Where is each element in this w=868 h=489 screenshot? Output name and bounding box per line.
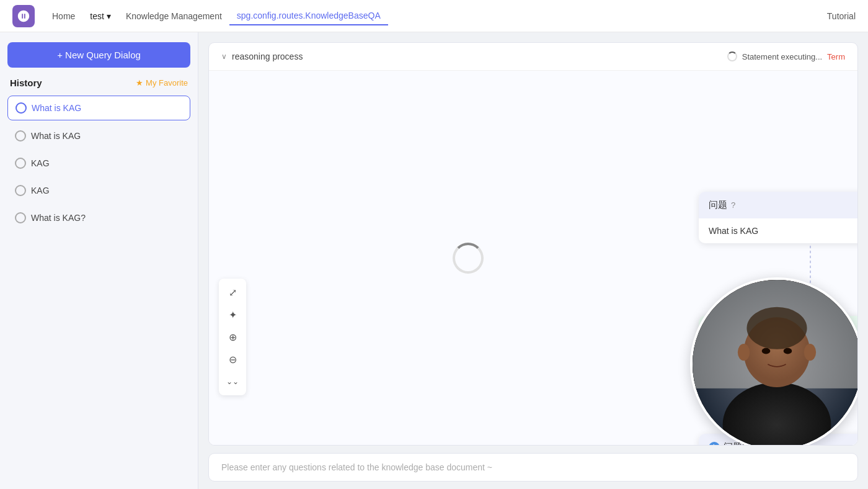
chevron-down-icon: ∨ xyxy=(221,52,227,61)
question-input[interactable]: Please enter any questions related to th… xyxy=(208,453,858,482)
svg-point-10 xyxy=(738,344,750,361)
center-button[interactable]: ✦ xyxy=(223,305,242,325)
tutorial-link[interactable]: Tutorial xyxy=(827,11,856,21)
reasoning-toggle[interactable]: ∨ reasoning process xyxy=(221,52,303,61)
history-item-3[interactable]: KAG xyxy=(7,151,190,175)
history-item-5[interactable]: What is KAG? xyxy=(7,206,190,230)
question-node-body: What is KAG xyxy=(699,218,857,243)
reasoning-header: ∨ reasoning process Statement executing.… xyxy=(209,43,857,71)
my-favorite-button[interactable]: ★ My Favorite xyxy=(136,78,188,87)
reasoning-status: Statement executing... Term xyxy=(727,52,845,61)
my-favorite-label: My Favorite xyxy=(146,78,188,87)
terminate-button[interactable]: Term xyxy=(827,52,845,61)
history-item-icon-5 xyxy=(15,212,26,223)
question-label: 问题 ? xyxy=(709,199,735,211)
main-layout: + New Query Dialog History ★ My Favorite… xyxy=(0,32,868,489)
history-header: History ★ My Favorite xyxy=(7,78,190,88)
svg-point-8 xyxy=(762,348,771,354)
center-loading-spinner xyxy=(453,243,484,274)
collapse-button[interactable]: ⌄⌄ xyxy=(223,372,242,392)
nav-test[interactable]: test ▾ xyxy=(82,7,118,25)
reasoning-label: reasoning process xyxy=(232,52,303,61)
history-item-4[interactable]: KAG xyxy=(7,179,190,202)
expand-button[interactable]: ⤢ xyxy=(223,282,242,302)
question-text: 问题 xyxy=(709,199,727,211)
history-item-1[interactable]: What is KAG xyxy=(7,96,190,120)
history-item-icon-4 xyxy=(15,185,26,196)
question-node[interactable]: 问题 ? › What is KAG xyxy=(699,192,857,243)
new-query-button[interactable]: + New Query Dialog xyxy=(7,42,190,68)
nav-home[interactable]: Home xyxy=(45,7,82,25)
nav-route[interactable]: spg.config.routes.KnowledgeBaseQA xyxy=(229,7,388,25)
history-item-label-5: What is KAG? xyxy=(31,213,86,223)
svg-point-11 xyxy=(804,344,816,361)
history-item-label-2: What is KAG xyxy=(31,131,81,141)
zoom-in-button[interactable]: ⊕ xyxy=(223,327,242,347)
nav-knowledge-management[interactable]: Knowledge Management xyxy=(118,7,229,25)
dropdown-icon: ▾ xyxy=(107,11,111,21)
top-navigation: Home test ▾ Knowledge Management spg.con… xyxy=(0,0,868,32)
question-node-header: 问题 ? › xyxy=(699,192,857,218)
camera-person-view xyxy=(693,280,857,445)
star-icon: ★ xyxy=(136,78,143,87)
status-text: Statement executing... xyxy=(742,52,822,61)
app-logo xyxy=(12,5,35,27)
reasoning-panel: ∨ reasoning process Statement executing.… xyxy=(208,42,858,446)
history-item-icon-3 xyxy=(15,158,26,169)
help-icon: ? xyxy=(731,200,735,210)
graph-toolbar: ⤢ ✦ ⊕ ⊖ ⌄⌄ xyxy=(219,279,246,395)
content-area: ∨ reasoning process Statement executing.… xyxy=(198,32,868,489)
loading-spinner xyxy=(727,52,737,61)
history-title: History xyxy=(10,78,42,88)
graph-area[interactable]: 问题 ? › What is KAG ✓ 子问题1 › xyxy=(209,71,857,445)
history-item-2[interactable]: What is KAG xyxy=(7,124,190,148)
history-item-icon-1 xyxy=(16,102,27,114)
camera-overlay xyxy=(690,277,857,445)
zoom-out-button[interactable]: ⊖ xyxy=(223,349,242,369)
sidebar: + New Query Dialog History ★ My Favorite… xyxy=(0,32,198,489)
history-item-label-3: KAG xyxy=(31,158,50,168)
history-list: What is KAG What is KAG KAG KAG What is … xyxy=(7,96,190,230)
input-placeholder: Please enter any questions related to th… xyxy=(221,462,492,472)
history-item-icon-2 xyxy=(15,130,26,141)
svg-point-7 xyxy=(746,307,807,349)
svg-point-9 xyxy=(784,348,792,354)
history-item-label-1: What is KAG xyxy=(32,103,81,113)
history-item-label-4: KAG xyxy=(31,186,50,195)
